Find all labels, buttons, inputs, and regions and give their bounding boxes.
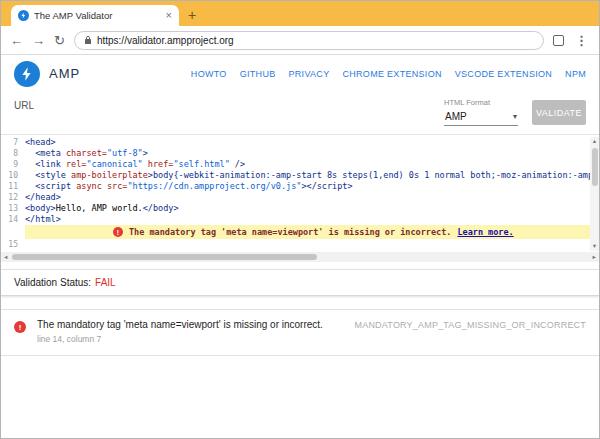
code-token: "utf-8" — [107, 148, 143, 158]
amp-logo — [14, 61, 40, 87]
lightning-icon — [19, 66, 35, 82]
code-token: src= — [102, 181, 128, 191]
code-token — [25, 181, 35, 191]
code-token: amp-boilerplate — [66, 170, 148, 180]
nav-link-privacy[interactable]: PRIVACY — [289, 69, 330, 79]
line-number: 10 — [1, 170, 25, 181]
error-annotation: ! The mandatory tag 'meta name=viewport'… — [25, 225, 599, 239]
tab-favicon-icon — [18, 10, 29, 21]
code-text: <script async src="https://cdn.ampprojec… — [25, 181, 599, 192]
nav-link-howto[interactable]: HOWTO — [191, 69, 227, 79]
site-nav: HOWTO GITHUB PRIVACY CHROME EXTENSION VS… — [191, 69, 586, 79]
url-field-label: URL — [14, 98, 430, 111]
browser-window: The AMP Validator × + ← → ↻ https://vali… — [0, 0, 600, 439]
vertical-scrollbar[interactable]: ▲ ▼ — [590, 137, 599, 251]
validation-status-value: FAIL — [95, 277, 116, 288]
nav-link-npm[interactable]: NPM — [565, 69, 586, 79]
scroll-right-icon[interactable]: ► — [592, 253, 597, 262]
editor-line[interactable]: 15 — [1, 239, 599, 250]
nav-link-vscode-extension[interactable]: VSCODE EXTENSION — [455, 69, 552, 79]
brand-text: AMP — [49, 66, 80, 81]
code-text — [25, 239, 599, 250]
code-token: <style — [35, 170, 66, 180]
editor-line[interactable]: 9 <link rel="canonical" href="self.html"… — [1, 159, 599, 170]
line-number: 7 — [1, 137, 25, 148]
editor-line[interactable]: 10 <style amp-boilerplate>body{-webkit-a… — [1, 170, 599, 181]
scroll-down-icon[interactable]: ▼ — [592, 242, 597, 251]
code-token: ></script> — [301, 181, 352, 191]
browser-menu-button[interactable]: ⋮ — [573, 33, 590, 48]
editor-line[interactable]: 12</head> — [1, 192, 599, 203]
editor-line[interactable]: 7<head> — [1, 137, 599, 148]
editor-lines: 7<head>8 <meta charset="utf-8">9 <link r… — [1, 137, 599, 250]
editor-line[interactable]: 8 <meta charset="utf-8"> — [1, 148, 599, 159]
editor-line[interactable]: 11 <script async src="https://cdn.amppro… — [1, 181, 599, 192]
scroll-left-icon[interactable]: ◄ — [3, 253, 8, 262]
code-token: rel= — [61, 159, 87, 169]
vertical-scroll-thumb[interactable] — [592, 148, 598, 186]
code-token: "self.html" — [173, 159, 229, 169]
code-token: <head> — [25, 137, 56, 147]
browser-toolbar: ← → ↻ https://validator.ampproject.org ⋮ — [1, 26, 599, 55]
code-token — [25, 170, 35, 180]
code-token: </body> — [143, 203, 179, 213]
browser-tab[interactable]: The AMP Validator × — [11, 5, 179, 26]
forward-button[interactable]: → — [32, 34, 45, 47]
error-code: MANDATORY_AMP_TAG_MISSING_OR_INCORRECT — [355, 320, 586, 330]
code-token: async — [71, 181, 102, 191]
code-token: body{-webkit-animation:-amp-start 8s ste… — [153, 170, 599, 180]
tab-title: The AMP Validator — [34, 10, 161, 21]
new-tab-button[interactable]: + — [188, 8, 196, 22]
html-format-select[interactable]: AMP ▾ — [444, 107, 518, 126]
validate-button[interactable]: VALIDATE — [532, 100, 586, 125]
html-format-value: AMP — [445, 111, 467, 122]
code-token: href= — [143, 159, 174, 169]
error-icon: ! — [113, 227, 123, 237]
line-number: 13 — [1, 203, 25, 214]
nav-link-chrome-extension[interactable]: CHROME EXTENSION — [342, 69, 441, 79]
code-token: "https://cdn.ampproject.org/v0.js" — [127, 181, 301, 191]
line-number: 15 — [1, 239, 25, 250]
error-icon: ! — [14, 321, 26, 333]
lock-icon — [84, 35, 92, 45]
address-bar[interactable]: https://validator.ampproject.org — [74, 31, 544, 50]
editor-line[interactable]: 14</html> — [1, 214, 599, 225]
code-token: <meta — [35, 148, 61, 158]
code-editor[interactable]: 7<head>8 <meta charset="utf-8">9 <link r… — [1, 134, 599, 262]
code-token: "canonical" — [86, 159, 142, 169]
annotation-text: The mandatory tag 'meta name=viewport' i… — [129, 227, 451, 237]
line-number: 8 — [1, 148, 25, 159]
code-token — [25, 159, 35, 169]
line-number: 14 — [1, 214, 25, 225]
refresh-button[interactable]: ↻ — [54, 34, 65, 47]
scroll-up-icon[interactable]: ▲ — [592, 137, 597, 146]
extension-icon[interactable] — [553, 35, 564, 46]
back-button[interactable]: ← — [10, 34, 23, 47]
error-item[interactable]: ! The mandatory tag 'meta name=viewport'… — [1, 310, 599, 356]
validator-toolbar: URL HTML Format AMP ▾ VALIDATE — [1, 92, 599, 134]
html-format-field: HTML Format AMP ▾ — [444, 98, 518, 126]
horizontal-scroll-thumb[interactable] — [12, 254, 317, 260]
validation-status-bar: Validation Status: FAIL — [1, 269, 599, 296]
code-token: </head> — [25, 192, 61, 202]
error-location: line 14, column 7 — [37, 334, 586, 344]
validation-status-label: Validation Status: — [14, 277, 91, 288]
code-text: <meta charset="utf-8"> — [25, 148, 599, 159]
line-number: 11 — [1, 181, 25, 192]
code-text: <body>Hello, AMP world.</body> — [25, 203, 599, 214]
learn-more-link[interactable]: Learn more. — [457, 227, 513, 237]
code-token: <script — [35, 181, 71, 191]
code-token: > — [143, 148, 148, 158]
code-text: <link rel="canonical" href="self.html" /… — [25, 159, 599, 170]
code-text: <style amp-boilerplate>body{-webkit-anim… — [25, 170, 599, 181]
code-token: <body> — [25, 203, 56, 213]
editor-line[interactable]: 13<body>Hello, AMP world.</body> — [1, 203, 599, 214]
horizontal-scrollbar[interactable]: ◄ ► — [1, 252, 599, 262]
nav-link-github[interactable]: GITHUB — [240, 69, 276, 79]
tab-close-icon[interactable]: × — [166, 10, 172, 21]
code-token: /> — [230, 159, 245, 169]
code-token — [25, 148, 35, 158]
url-text: https://validator.ampproject.org — [97, 35, 234, 46]
error-list: ! The mandatory tag 'meta name=viewport'… — [1, 309, 599, 356]
code-text: </head> — [25, 192, 599, 203]
